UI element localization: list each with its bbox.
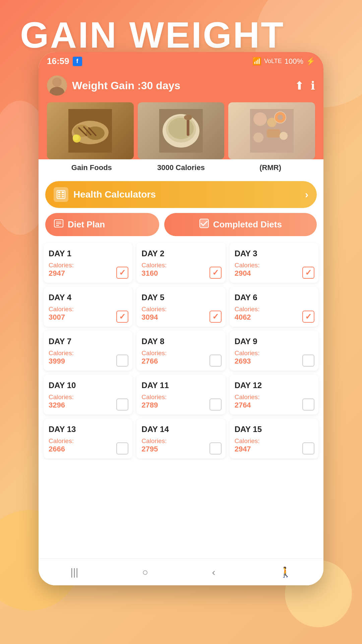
- food-card-2[interactable]: [228, 102, 315, 159]
- day-card-3[interactable]: DAY 4Calories:3007✓: [44, 287, 132, 327]
- day-checkbox-13[interactable]: [209, 442, 222, 454]
- diet-plan-button[interactable]: Diet Plan: [45, 213, 159, 236]
- day-calories-label-7: Calories:: [141, 350, 220, 357]
- day-calories-value-8: 2693: [235, 357, 313, 366]
- day-calories-value-0: 2947: [49, 269, 127, 278]
- share-icon[interactable]: ⬆: [295, 79, 304, 92]
- svg-rect-32: [62, 196, 64, 197]
- day-calories-label-13: Calories:: [141, 437, 220, 445]
- day-checkbox-4[interactable]: ✓: [209, 311, 222, 323]
- days-grid: DAY 1Calories:2947✓DAY 2Calories:3160✓DA…: [39, 241, 323, 460]
- day-checkbox-5[interactable]: ✓: [302, 311, 314, 323]
- day-title-11: DAY 12: [235, 381, 313, 390]
- day-card-7[interactable]: DAY 8Calories:2766: [136, 331, 225, 371]
- day-calories-label-0: Calories:: [49, 262, 127, 269]
- day-calories-label-11: Calories:: [235, 393, 313, 401]
- day-checkbox-8[interactable]: [302, 355, 314, 367]
- day-checkbox-2[interactable]: ✓: [302, 267, 314, 279]
- day-card-6[interactable]: DAY 7Calories:3999: [44, 331, 132, 371]
- food-images-row: [39, 102, 323, 159]
- completed-diets-button[interactable]: Completed Diets: [164, 213, 317, 236]
- day-card-5[interactable]: DAY 6Calories:4062✓: [230, 287, 318, 327]
- info-icon[interactable]: ℹ: [311, 79, 315, 92]
- svg-point-25: [278, 115, 283, 120]
- day-title-10: DAY 11: [141, 381, 220, 390]
- day-card-12[interactable]: DAY 13Calories:2666: [44, 419, 132, 459]
- svg-point-21: [253, 132, 263, 143]
- day-calories-label-3: Calories:: [49, 306, 127, 313]
- day-title-6: DAY 7: [49, 337, 127, 346]
- food-card-1[interactable]: [138, 102, 225, 159]
- status-bar: 16:59 f 📶 VoLTE 100% ⚡: [39, 52, 323, 70]
- facebook-icon: f: [73, 57, 82, 66]
- day-calories-label-1: Calories:: [141, 262, 220, 269]
- day-checkbox-10[interactable]: [209, 398, 222, 411]
- day-checkbox-6[interactable]: [116, 355, 128, 367]
- day-calories-value-9: 3296: [49, 401, 127, 410]
- nav-profile-button[interactable]: 🚶: [279, 566, 292, 578]
- day-card-8[interactable]: DAY 9Calories:2693: [230, 331, 318, 371]
- day-card-11[interactable]: DAY 12Calories:2764: [230, 375, 318, 415]
- day-card-9[interactable]: DAY 10Calories:3296: [44, 375, 132, 415]
- nav-back-button[interactable]: |||: [70, 567, 78, 578]
- food-label-2[interactable]: (RMR): [226, 163, 315, 172]
- checkmark-icon-1: ✓: [212, 268, 219, 277]
- day-card-1[interactable]: DAY 2Calories:3160✓: [136, 243, 225, 283]
- nav-previous-button[interactable]: ‹: [212, 567, 215, 578]
- completed-diets-label: Completed Diets: [213, 219, 282, 230]
- day-card-13[interactable]: DAY 14Calories:2795: [136, 419, 225, 459]
- food-card-bg-2: [228, 102, 315, 159]
- day-calories-value-11: 2764: [235, 401, 313, 410]
- day-checkbox-14[interactable]: [302, 442, 314, 454]
- diet-plan-label: Diet Plan: [68, 219, 105, 230]
- svg-point-18: [253, 112, 267, 126]
- health-calculators-button[interactable]: Health Calculators ›: [45, 181, 317, 208]
- day-title-4: DAY 5: [141, 293, 220, 302]
- status-time: 16:59: [47, 56, 69, 66]
- day-calories-value-5: 4062: [235, 313, 313, 322]
- day-card-4[interactable]: DAY 5Calories:3094✓: [136, 287, 225, 327]
- food-label-1[interactable]: 3000 Calories: [136, 163, 226, 172]
- chevron-right-icon: ›: [305, 189, 308, 200]
- day-checkbox-3[interactable]: ✓: [116, 311, 128, 323]
- calculator-icon-box: [54, 187, 68, 202]
- checkmark-icon-2: ✓: [305, 268, 312, 277]
- food-label-0[interactable]: Gain Foods: [47, 163, 136, 172]
- day-card-10[interactable]: DAY 11Calories:2789: [136, 375, 225, 415]
- svg-rect-29: [58, 194, 60, 195]
- svg-point-23: [267, 118, 277, 127]
- avatar: [47, 75, 67, 96]
- app-header: Weight Gain :30 days ⬆ ℹ: [39, 70, 323, 102]
- checkmark-icon-3: ✓: [119, 312, 126, 321]
- day-title-1: DAY 2: [141, 249, 220, 258]
- wifi-icon: 📶: [252, 57, 261, 66]
- day-title-14: DAY 15: [235, 425, 313, 434]
- nav-profile-icon: 🚶: [279, 566, 292, 578]
- day-checkbox-9[interactable]: [116, 398, 128, 411]
- day-card-2[interactable]: DAY 3Calories:2904✓: [230, 243, 318, 283]
- day-calories-label-9: Calories:: [49, 393, 127, 401]
- nav-home-button[interactable]: ○: [142, 567, 148, 578]
- svg-point-16: [184, 115, 192, 120]
- page-title: GAIN WEIGHT: [20, 13, 285, 56]
- day-calories-value-6: 3999: [49, 357, 127, 366]
- svg-point-22: [280, 132, 288, 140]
- food-card-0[interactable]: [47, 102, 134, 159]
- day-title-7: DAY 8: [141, 337, 220, 346]
- svg-point-14: [168, 118, 194, 139]
- nav-home-icon: ○: [142, 567, 148, 578]
- nav-menu-icon: |||: [70, 567, 78, 578]
- day-checkbox-0[interactable]: ✓: [116, 267, 128, 279]
- day-checkbox-1[interactable]: ✓: [209, 267, 222, 279]
- day-checkbox-11[interactable]: [302, 398, 314, 411]
- day-calories-value-13: 2795: [141, 445, 220, 453]
- svg-rect-20: [267, 129, 280, 138]
- day-card-14[interactable]: DAY 15Calories:2947: [230, 419, 318, 459]
- svg-rect-31: [58, 196, 60, 197]
- day-card-0[interactable]: DAY 1Calories:2947✓: [44, 243, 132, 283]
- day-checkbox-7[interactable]: [209, 355, 222, 367]
- battery-icon: ⚡: [306, 57, 315, 66]
- food-card-bg-0: [47, 102, 134, 159]
- svg-point-10: [73, 135, 79, 141]
- day-checkbox-12[interactable]: [116, 442, 128, 454]
